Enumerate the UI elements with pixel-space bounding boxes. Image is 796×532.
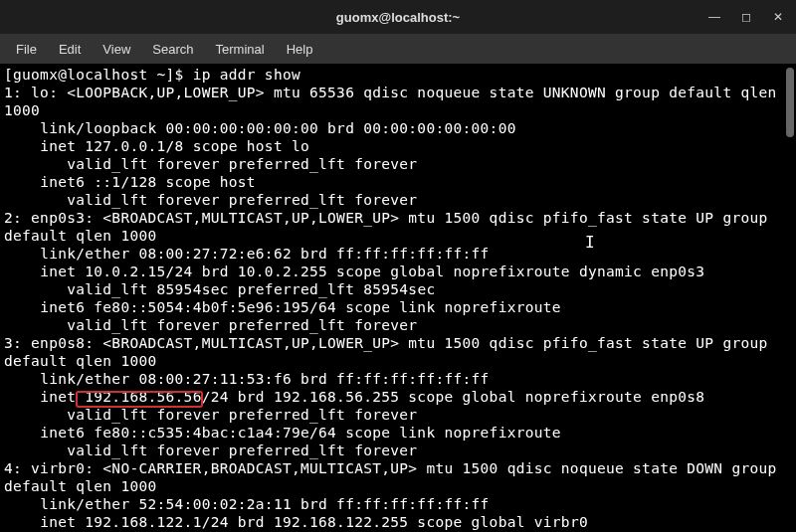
terminal-body[interactable]: [guomx@localhost ~]$ ip addr show 1: lo:… bbox=[0, 64, 796, 532]
menubar: File Edit View Search Terminal Help bbox=[0, 34, 796, 64]
maximize-button[interactable]: ◻ bbox=[736, 7, 756, 27]
titlebar: guomx@localhost:~ — ◻ ✕ bbox=[0, 0, 796, 34]
command: ip addr show bbox=[193, 67, 300, 83]
menu-view[interactable]: View bbox=[93, 38, 140, 61]
terminal-content: [guomx@localhost ~]$ ip addr show 1: lo:… bbox=[4, 66, 792, 531]
menu-search[interactable]: Search bbox=[142, 38, 203, 61]
window-controls: — ◻ ✕ bbox=[704, 7, 788, 27]
menu-help[interactable]: Help bbox=[277, 38, 323, 61]
prompt: [guomx@localhost ~]$ bbox=[4, 67, 193, 83]
minimize-button[interactable]: — bbox=[704, 7, 724, 27]
close-button[interactable]: ✕ bbox=[768, 7, 788, 27]
menu-file[interactable]: File bbox=[6, 38, 47, 61]
window-title: guomx@localhost:~ bbox=[336, 10, 460, 25]
terminal-output: 1: lo: <LOOPBACK,UP,LOWER_UP> mtu 65536 … bbox=[4, 85, 786, 530]
menu-edit[interactable]: Edit bbox=[49, 38, 91, 61]
scrollbar-thumb[interactable] bbox=[786, 68, 794, 137]
menu-terminal[interactable]: Terminal bbox=[206, 38, 275, 61]
